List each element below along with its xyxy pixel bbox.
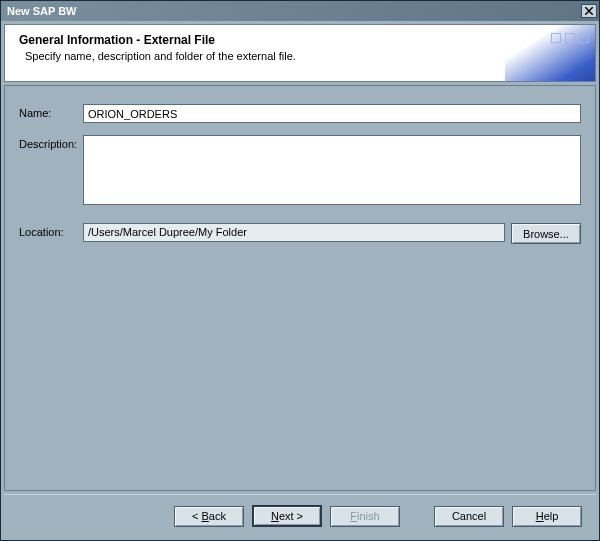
location-field: /Users/Marcel Dupree/My Folder	[83, 223, 505, 242]
description-textarea[interactable]	[83, 135, 581, 205]
close-button[interactable]	[581, 4, 597, 18]
back-label: < Back	[192, 510, 226, 522]
finish-label: Finish	[350, 510, 379, 522]
close-icon	[585, 7, 593, 15]
browse-button[interactable]: Browse...	[511, 223, 581, 244]
finish-button: Finish	[330, 506, 400, 527]
banner-decor	[551, 33, 589, 43]
wizard-button-bar: < Back Next > Finish Cancel Help	[4, 495, 596, 537]
dialog-window: New SAP BW General Information - Externa…	[0, 0, 600, 541]
cancel-button[interactable]: Cancel	[434, 506, 504, 527]
location-label: Location:	[19, 223, 83, 238]
help-label: Help	[536, 510, 559, 522]
help-button[interactable]: Help	[512, 506, 582, 527]
window-title: New SAP BW	[7, 5, 581, 17]
next-label: Next >	[271, 510, 303, 522]
name-label: Name:	[19, 104, 83, 119]
next-button[interactable]: Next >	[252, 505, 322, 527]
name-input[interactable]	[83, 104, 581, 123]
banner-subtext: Specify name, description and folder of …	[25, 50, 581, 62]
wizard-banner: General Information - External File Spec…	[4, 24, 596, 82]
back-button[interactable]: < Back	[174, 506, 244, 527]
wizard-content: Name: Description: Location: /Users/Marc…	[4, 85, 596, 491]
titlebar[interactable]: New SAP BW	[1, 1, 599, 21]
banner-heading: General Information - External File	[19, 33, 581, 47]
description-label: Description:	[19, 135, 83, 150]
